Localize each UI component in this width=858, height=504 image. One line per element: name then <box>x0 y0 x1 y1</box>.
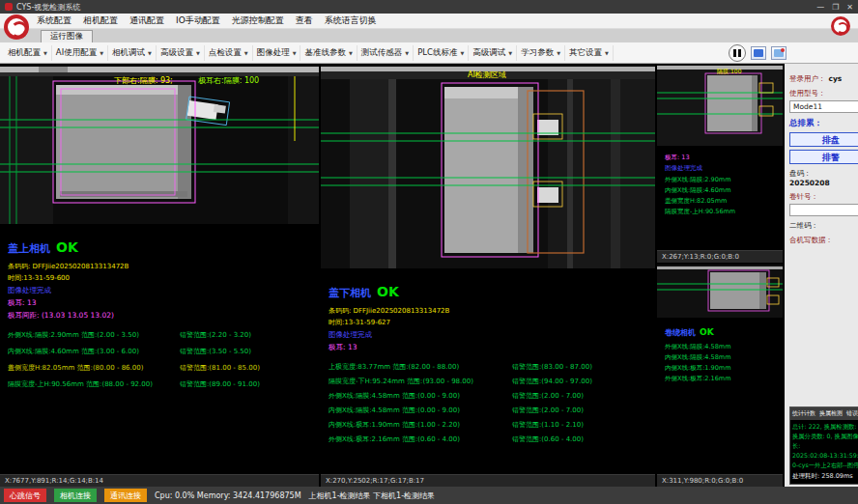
menu-camera-config[interactable]: 相机配置 <box>83 14 118 27</box>
camera-icon <box>754 49 763 57</box>
tool-test-sensor[interactable]: 测试传感器▼ <box>358 45 414 61</box>
menu-language-switch[interactable]: 系统语言切换 <box>325 14 377 27</box>
brand-logo <box>4 14 29 40</box>
main-area: 下部右:隔膜: 93; 极耳右:隔膜: 100 盖上相机 OK 条码码: DFF… <box>0 64 858 487</box>
total-tray-label: 总排累： <box>789 118 858 129</box>
aux1-result-panel: 极耳: 13 图像处理完成 外侧X线:隔膜:2.90mm 内侧X线:隔膜:4.6… <box>657 146 783 250</box>
menubar: 系统配置 相机配置 通讯配置 IO手动配置 光源控制配置 查看 系统语言切换 <box>0 14 858 29</box>
tool-camera-debug[interactable]: 相机调试▼ <box>108 45 157 61</box>
lower-process-status: 图像处理完成 <box>329 330 647 340</box>
chevron-down-icon: ▼ <box>405 50 409 56</box>
chevron-down-icon: ▼ <box>100 50 103 56</box>
chevron-down-icon: ▼ <box>461 50 465 56</box>
lower-pixel-readout: X:270,Y:2502;R:17;G:17;B:17 <box>321 474 655 487</box>
lower-barcode: 条码码: DFFJiie2025020813313472B <box>329 306 647 316</box>
tool-plc-standard[interactable]: PLC线标准▼ <box>414 45 469 61</box>
chevron-down-icon: ▼ <box>148 50 152 56</box>
aux-camera-column: 隔膜:100 极耳: 13 图像处理完成 外侧X线:隔膜:2.90mm 内侧X线… <box>657 64 783 487</box>
aux1-pixel-readout: X:267;Y:13;R:0;G:0;B:0 <box>657 250 783 263</box>
toolbar: 相机配置▼ AI使用配置▼ 相机调试▼ 高级设置▼ 点检设置▼ 图像处理▼ 基准… <box>0 42 858 64</box>
measurement-row: 上极宽度:83.77mm 范围:(82.00 - 88.00)错警范围:(83.… <box>329 362 647 372</box>
aux2-result-panel: 卷绕相机 OK 外侧X线:隔膜:4.58mm 内侧X线:隔膜:4.58mm 内侧… <box>657 318 783 474</box>
measurement-row: 外侧X线:极耳:2.16mm 范围:(0.60 - 4.00)错警范围:(0.6… <box>329 434 647 444</box>
upper-camera-image[interactable]: 下部右:隔膜: 93; 极耳右:隔膜: 100 <box>0 64 319 224</box>
measurement-line: 盖侧宽度H:82.05mm <box>665 196 775 207</box>
measurement-line: 内侧X线:极耳:1.90mm <box>665 363 775 374</box>
stats-tabs: 统计计数 换属检测 错误信息 <box>790 407 858 420</box>
maximize-button[interactable]: ❐ <box>832 3 839 12</box>
stats-tab-count[interactable]: 统计计数 <box>792 409 815 418</box>
menu-comm-config[interactable]: 通讯配置 <box>129 14 164 27</box>
model-select[interactable]: Mode11 <box>789 100 858 113</box>
aux1-measurements: 外侧X线:隔膜:2.90mm 内侧X线:隔膜:4.60mm 盖侧宽度H:82.0… <box>665 175 775 217</box>
tray-button-2[interactable]: 排警 <box>789 150 858 164</box>
upper-measurement-rows: 外侧X线:隔膜:2.90mm 范围:(2.00 - 3.50)错警范围:(2.2… <box>8 330 311 389</box>
tool-ai-usage-config[interactable]: AI使用配置▼ <box>52 45 108 61</box>
measurement-row: 盖侧宽度H:82.05mm 范围:(80.00 - 86.00)错警范围:(81… <box>8 363 311 373</box>
upper-tab-count: 极耳: 13 <box>8 298 311 308</box>
stats-panel: 统计计数 换属检测 错误信息 总计: 222, 换属检测数: 17, 换属分类数… <box>789 406 858 485</box>
lower-result-panel: 盖下相机 OK 条码码: DFFJiie2025020813313472B 时间… <box>321 268 655 474</box>
chevron-down-icon: ▼ <box>244 50 248 56</box>
upper-result-panel: 盖上相机 OK 条码码: DFFJiie2025020813313472B 时间… <box>0 224 319 474</box>
lower-timestamp: 时间:13-31-59-627 <box>329 318 647 327</box>
tray-code-label: 盘码： <box>789 169 858 179</box>
menu-system-config[interactable]: 系统配置 <box>37 14 72 27</box>
tool-advanced-settings[interactable]: 高级设置▼ <box>157 45 205 61</box>
needle-number-input[interactable] <box>789 204 858 216</box>
model-label: 使用型号： <box>789 89 858 98</box>
aux-camera-image-1[interactable]: 隔膜:100 <box>657 64 783 146</box>
chevron-down-icon: ▼ <box>43 50 47 56</box>
upper-timestamp: 时间:13-31-59-600 <box>8 273 311 283</box>
tray-button-1[interactable]: 排盘 <box>789 132 858 147</box>
stats-tab-errors[interactable]: 错误信息 <box>846 409 858 418</box>
upper-result-status: OK <box>56 239 78 255</box>
camera-record-icon <box>774 49 784 57</box>
measurement-row: 外侧X线:隔膜:4.58mm 范围:(0.00 - 9.00)错警范围:(2.0… <box>329 391 647 401</box>
chevron-down-icon: ▼ <box>557 50 560 56</box>
menu-light-control-config[interactable]: 光源控制配置 <box>232 14 284 27</box>
tool-advanced-debug[interactable]: 高级调试▼ <box>469 45 517 61</box>
upper-tab-pitch: 极耳间距: (13.03 13.05 13.02) <box>8 311 311 321</box>
stats-tab-changeover[interactable]: 换属检测 <box>819 409 843 418</box>
heartbeat-indicator[interactable]: 心跳信号 <box>4 489 46 502</box>
stats-line: 总计: 222, 换属检测数: 17, <box>792 422 858 432</box>
measurement-row: 内侧X线:极耳:1.90mm 范围:(1.00 - 2.20)错警范围:(1.1… <box>329 420 647 430</box>
measurement-row: 内侧X线:隔膜:4.60mm 范围:(3.00 - 6.00)错警范围:(3.5… <box>8 347 311 356</box>
chevron-down-icon: ▼ <box>293 50 297 56</box>
tool-camera-config[interactable]: 相机配置▼ <box>4 45 52 61</box>
minimize-button[interactable]: — <box>816 3 824 12</box>
tool-learning-params[interactable]: 学习参数▼ <box>517 45 565 61</box>
camera-connection-indicator[interactable]: 相机连接 <box>54 489 97 502</box>
titlebar: CYS-视觉检测系统 — ❐ ✕ <box>0 0 858 14</box>
window-title: CYS-视觉检测系统 <box>16 2 80 13</box>
menu-view[interactable]: 查看 <box>296 14 313 27</box>
upper-barcode: 条码码: DFFJiie2025020813313472B <box>8 262 311 271</box>
upper-process-status: 图像处理完成 <box>8 286 311 295</box>
measurement-line: 内侧X线:隔膜:4.58mm <box>665 352 775 363</box>
comm-connection-indicator[interactable]: 通讯连接 <box>104 489 147 502</box>
aux2-measurements: 外侧X线:隔膜:4.58mm 内侧X线:隔膜:4.58mm 内侧X线:极耳:1.… <box>665 342 775 384</box>
aux2-pixel-readout: X:311,Y:980;R:0;G:0;B:0 <box>657 474 783 487</box>
measurement-line: 外侧X线:极耳:2.16mm <box>665 374 775 384</box>
tool-baseline-params[interactable]: 基准线参数▼ <box>300 45 357 61</box>
measurement-line: 外侧X线:隔膜:2.90mm <box>665 175 775 185</box>
lower-result-status: OK <box>377 284 399 299</box>
tool-image-processing[interactable]: 图像处理▼ <box>253 45 301 61</box>
aux1-process-status: 图像处理完成 <box>665 164 775 173</box>
chevron-down-icon: ▼ <box>508 50 512 56</box>
measurement-row: 隔膜宽度-下H:95.24mm 范围:(93.00 - 98.00)错警范围:(… <box>329 377 647 386</box>
aux-camera-image-2[interactable] <box>657 265 783 318</box>
tool-other-settings[interactable]: 其它设置▼ <box>565 45 614 61</box>
app-icon <box>5 3 13 11</box>
camera-view-button-1[interactable] <box>751 46 766 60</box>
close-button[interactable]: ✕ <box>846 3 853 12</box>
lower-camera-image[interactable]: AI检测区域 <box>321 64 655 268</box>
tool-spot-check-settings[interactable]: 点检设置▼ <box>205 45 253 61</box>
stats-line: 0-cys一外上2右部--图停 <box>792 461 858 470</box>
tab-run-image[interactable]: 运行图像 <box>41 30 93 42</box>
chevron-down-icon: ▼ <box>605 50 609 56</box>
menu-io-manual-config[interactable]: IO手动配置 <box>176 14 220 27</box>
pause-button[interactable] <box>729 44 746 62</box>
camera-view-button-2[interactable] <box>771 46 786 60</box>
